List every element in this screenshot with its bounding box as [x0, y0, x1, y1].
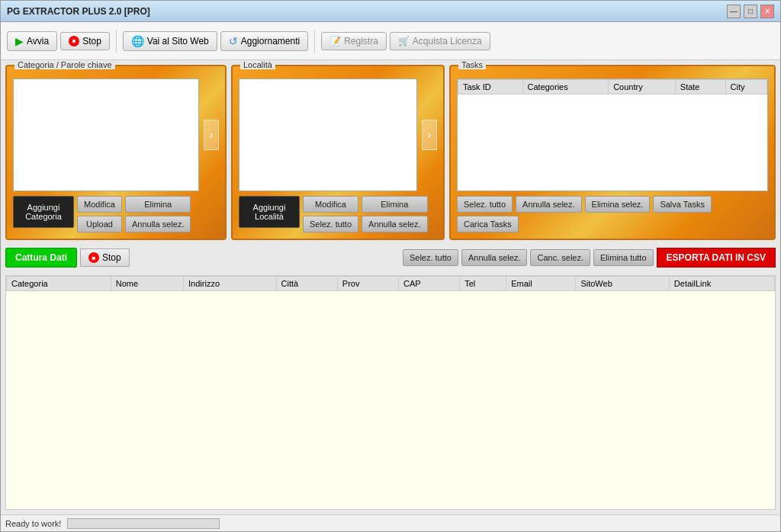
tasks-col-taskid: Task ID	[458, 80, 523, 95]
data-table-container[interactable]: Categoria Nome Indirizzo Città Prov CAP …	[5, 275, 776, 510]
col-email: Email	[506, 277, 576, 291]
categoria-panel: Categoria / Parole chiave › Aggiungi Cat…	[5, 65, 227, 240]
categoria-panel-title: Categoria / Parole chiave	[14, 60, 115, 69]
status-bar: Ready to work!	[1, 514, 780, 531]
tasks-col-city: City	[725, 80, 767, 95]
tasks-panel: Tasks Task ID Categories Country State C…	[449, 65, 776, 240]
close-button[interactable]: ✕	[760, 5, 774, 18]
data-header-row: Categoria Nome Indirizzo Città Prov CAP …	[7, 277, 775, 291]
esporta-csv-button[interactable]: ESPORTA DATI IN CSV	[657, 248, 776, 268]
localita-panel-title: Località	[240, 60, 275, 69]
tasks-data-table: Task ID Categories Country State City	[458, 79, 767, 95]
localita-buttons: Aggiungi Località Modifica Selez. tutto …	[239, 196, 437, 232]
avvia-button[interactable]: ▶ Avvia	[7, 31, 57, 51]
globe-icon: 🌐	[131, 35, 144, 47]
main-area: Categoria / Parole chiave › Aggiungi Cat…	[1, 60, 780, 514]
status-text: Ready to work!	[5, 519, 61, 528]
acquista-button[interactable]: 🛒 Acquista Licenza	[390, 32, 490, 50]
tasks-panel-title: Tasks	[458, 60, 486, 69]
annulla-selez-localita-button[interactable]: Annulla selez.	[362, 216, 428, 232]
annulla-selez-data-button[interactable]: Annulla selez.	[461, 249, 528, 266]
categoria-listbox[interactable]	[13, 79, 199, 191]
stop-toolbar-button[interactable]: ■ Stop	[60, 32, 110, 50]
col-cap: CAP	[399, 277, 460, 291]
aggiornamenti-button[interactable]: ↺ Aggiornamenti	[220, 31, 308, 51]
col-categoria: Categoria	[7, 277, 111, 291]
stop-bottom-button[interactable]: ■ Stop	[80, 248, 130, 267]
col-indirizzo: Indirizzo	[184, 277, 277, 291]
carica-tasks-button[interactable]: Carica Tasks	[457, 216, 519, 232]
acquista-icon: 🛒	[398, 36, 410, 46]
categoria-arrow-button[interactable]: ›	[204, 120, 219, 150]
toolbar: ▶ Avvia ■ Stop 🌐 Vai al Sito Web ↺ Aggio…	[1, 22, 780, 60]
progress-bar-container	[67, 518, 220, 529]
minimize-button[interactable]: —	[727, 5, 741, 18]
col-nome: Nome	[111, 277, 183, 291]
aggiungi-categoria-button[interactable]: Aggiungi Categoria	[13, 196, 74, 228]
col-prov: Prov	[337, 277, 398, 291]
cattura-dati-button[interactable]: Cattura Dati	[5, 248, 77, 268]
localita-panel-inner: ›	[239, 79, 437, 191]
elimina-categoria-button[interactable]: Elimina	[125, 196, 191, 213]
selez-tutto-localita-button[interactable]: Selez. tutto	[303, 216, 358, 232]
elimina-tutto-button[interactable]: Elimina tutto	[593, 249, 654, 266]
col-tel: Tel	[460, 277, 506, 291]
localita-panel: Località › Aggiungi Località Modifica Se…	[231, 65, 445, 240]
bottom-toolbar: Cattura Dati ■ Stop Selez. tutto Annulla…	[5, 245, 776, 271]
title-bar: PG EXTRACTOR PLUS 2.0 [PRO] — □ ✕	[1, 1, 780, 22]
tasks-header-row: Task ID Categories Country State City	[458, 80, 767, 95]
elimina-selez-tasks-button[interactable]: Elimina selez.	[585, 196, 651, 213]
col-citta: Città	[276, 277, 337, 291]
categoria-panel-inner: ›	[13, 79, 219, 191]
modifica-localita-button[interactable]: Modifica	[303, 196, 358, 213]
play-icon: ▶	[15, 35, 24, 47]
toolbar-separator-1	[116, 30, 117, 53]
categoria-buttons: Aggiungi Categoria Modifica Upload Elimi…	[13, 196, 219, 232]
title-bar-controls: — □ ✕	[727, 5, 774, 18]
tasks-col-categories: Categories	[522, 80, 609, 95]
upload-button[interactable]: Upload	[77, 216, 122, 232]
modifica-categoria-button[interactable]: Modifica	[77, 196, 122, 213]
elimina-localita-button[interactable]: Elimina	[362, 196, 428, 213]
data-table: Categoria Nome Indirizzo Città Prov CAP …	[6, 276, 775, 291]
window-title: PG EXTRACTOR PLUS 2.0 [PRO]	[7, 6, 150, 17]
top-panels: Categoria / Parole chiave › Aggiungi Cat…	[5, 65, 776, 240]
selez-tutto-tasks-button[interactable]: Selez. tutto	[457, 196, 513, 213]
stop-icon-bottom: ■	[88, 252, 99, 263]
col-detaillink: DetailLink	[669, 277, 774, 291]
col-sitoweb: SitoWeb	[576, 277, 669, 291]
tasks-col-state: State	[675, 80, 725, 95]
registra-icon: 📝	[329, 36, 341, 46]
annulla-selez-categoria-button[interactable]: Annulla selez.	[125, 216, 191, 232]
registra-button[interactable]: 📝 Registra	[321, 32, 387, 50]
stop-icon-red: ■	[69, 36, 79, 46]
salva-tasks-button[interactable]: Salva Tasks	[653, 196, 712, 213]
vai-sito-button[interactable]: 🌐 Vai al Sito Web	[123, 31, 217, 51]
tasks-table[interactable]: Task ID Categories Country State City	[457, 79, 768, 191]
tasks-buttons: Selez. tutto Annulla selez. Elimina sele…	[457, 196, 768, 232]
localita-arrow-button[interactable]: ›	[422, 120, 437, 150]
toolbar-separator-2	[314, 30, 315, 53]
canc-selez-button[interactable]: Canc. selez.	[530, 249, 590, 266]
localita-listbox[interactable]	[239, 79, 417, 191]
maximize-button[interactable]: □	[744, 5, 757, 18]
main-window: PG EXTRACTOR PLUS 2.0 [PRO] — □ ✕ ▶ Avvi…	[0, 0, 781, 532]
tasks-col-country: Country	[609, 80, 676, 95]
annulla-selez-tasks-button[interactable]: Annulla selez.	[516, 196, 582, 213]
selez-tutto-data-button[interactable]: Selez. tutto	[403, 249, 458, 266]
update-icon: ↺	[229, 35, 238, 47]
aggiungi-localita-button[interactable]: Aggiungi Località	[239, 196, 300, 228]
